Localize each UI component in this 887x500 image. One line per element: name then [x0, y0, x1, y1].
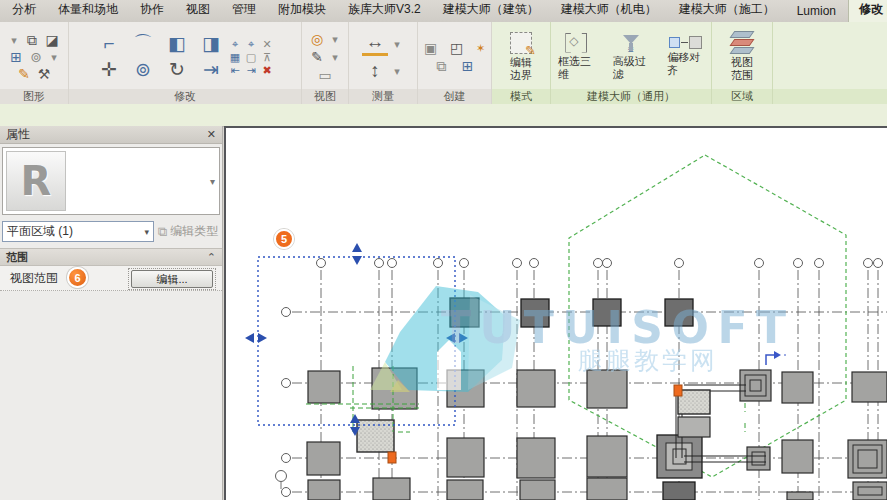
tab-5[interactable]: 管理 — [222, 0, 266, 22]
paste-icon[interactable]: ⧉ — [23, 32, 41, 48]
column[interactable] — [517, 370, 555, 407]
split-gap-icon[interactable]: ⌖ — [244, 38, 258, 50]
tab-1[interactable]: 分析 — [2, 0, 46, 22]
tab-9[interactable]: 建模大师（机电） — [551, 0, 667, 22]
instance-selector[interactable]: 平面区域 (1) ▾ — [2, 221, 154, 242]
grid-bubble[interactable] — [282, 379, 291, 388]
edit-type-button[interactable]: ⧉ 编辑类型 — [158, 223, 218, 240]
delete-icon[interactable]: ✖ — [260, 64, 274, 76]
load-group-icon[interactable]: ⧉ — [433, 58, 451, 74]
grid-bubble[interactable] — [388, 259, 397, 268]
grid-bubble[interactable] — [434, 259, 443, 268]
drag-arrow-down[interactable] — [352, 256, 362, 265]
offset-align-button[interactable]: 偏移对齐 — [663, 35, 708, 78]
plan-region-element[interactable] — [678, 390, 710, 414]
measure-ruler-icon[interactable]: ↔ — [362, 31, 388, 56]
scale-icon[interactable]: ▢ — [244, 51, 258, 63]
rotate-icon[interactable]: ↻ — [164, 59, 190, 81]
column[interactable] — [447, 480, 483, 500]
column[interactable] — [747, 447, 770, 470]
grid-bubble[interactable] — [675, 259, 684, 268]
dropdown-icon[interactable]: ▾ — [47, 51, 61, 63]
drawing-area[interactable]: TUTUISOFT 腿腿教学网 5 — [224, 126, 887, 500]
dropdown-icon[interactable]: ▾ — [390, 38, 404, 50]
dropdown-icon[interactable]: ▾ — [390, 65, 404, 77]
column[interactable] — [782, 372, 813, 403]
column[interactable] — [307, 442, 340, 475]
grid-bubble[interactable] — [375, 259, 384, 268]
mirror-pick-icon[interactable]: ◧ — [164, 33, 190, 55]
endpoint-marker[interactable] — [674, 385, 682, 396]
drag-arrow-up[interactable] — [352, 243, 362, 252]
align-icon[interactable]: ⌐ — [96, 33, 122, 55]
drag-arrow-left[interactable] — [245, 333, 254, 343]
grid-bubble[interactable] — [594, 259, 603, 268]
measure-between-icon[interactable]: ↕ — [362, 60, 388, 82]
move-icon[interactable]: ✛ — [96, 59, 122, 81]
tab-6[interactable]: 附加模块 — [268, 0, 336, 22]
column[interactable] — [520, 480, 555, 500]
column[interactable] — [308, 371, 340, 403]
grid-bubble[interactable] — [282, 308, 291, 317]
flip-control-icon[interactable] — [766, 355, 774, 365]
view-range-button[interactable]: 视图 范围 — [727, 30, 757, 83]
column[interactable] — [587, 478, 627, 500]
edit-pencil-icon[interactable]: ✎ — [15, 66, 33, 82]
column[interactable] — [517, 438, 555, 478]
collapse-chevron-icon[interactable]: ⌃ — [207, 251, 216, 264]
tab-8[interactable]: 建模大师（建筑） — [433, 0, 549, 22]
tab-3[interactable]: 协作 — [130, 0, 174, 22]
align-left-icon[interactable]: ⇤ — [228, 64, 242, 76]
grid-bubble[interactable] — [864, 259, 873, 268]
level-marker[interactable] — [276, 471, 287, 482]
drag-arrow-right[interactable] — [258, 333, 267, 343]
pin-icon[interactable]: ⊼ — [260, 51, 274, 63]
column[interactable] — [373, 478, 410, 500]
grid-bubble[interactable] — [282, 454, 291, 463]
tab-10[interactable]: 建模大师（施工） — [669, 0, 785, 22]
grid-bubble[interactable] — [282, 488, 291, 497]
array-icon[interactable]: ▦ — [228, 51, 242, 63]
column[interactable] — [852, 372, 887, 402]
align-right-icon[interactable]: ⇥ — [244, 64, 258, 76]
column[interactable] — [663, 482, 695, 500]
create-similar-icon[interactable]: ◰ — [448, 40, 466, 56]
column[interactable] — [587, 370, 627, 408]
drag-arrow-up[interactable] — [350, 414, 360, 423]
tab-11[interactable]: Lumion — [787, 1, 846, 22]
cube-icon[interactable]: ◪ — [43, 32, 61, 48]
column[interactable] — [447, 438, 484, 477]
grid-bubble[interactable] — [460, 259, 469, 268]
lightbulb-icon[interactable]: ◎ — [308, 31, 326, 47]
mirror-draw-icon[interactable]: ◨ — [198, 33, 224, 55]
properties-title-bar[interactable]: 属性 ✕ — [0, 126, 222, 144]
tab-2[interactable]: 体量和场地 — [48, 0, 128, 22]
snap-icon[interactable]: ⊚ — [27, 49, 45, 65]
insert-icon[interactable]: ⊞ — [459, 58, 477, 74]
unjoin-icon[interactable]: ✕ — [260, 38, 274, 50]
advanced-filter-button[interactable]: ≡ 高级过滤 — [609, 32, 654, 82]
create-group-icon[interactable]: ▣ — [422, 40, 440, 56]
grid-bubble[interactable] — [794, 259, 803, 268]
chevron-down-icon[interactable]: ▾ — [210, 176, 215, 187]
grid-bubble[interactable] — [603, 259, 612, 268]
grid-bubble[interactable] — [874, 259, 883, 268]
copy-icon[interactable]: ⊚ — [130, 59, 156, 81]
tab-active-modify-plan-region[interactable]: 修改 | 平面区域 — [848, 0, 887, 22]
tab-7[interactable]: 族库大师V3.2 — [338, 0, 431, 22]
column[interactable] — [787, 492, 813, 500]
grid-bubble[interactable] — [815, 259, 824, 268]
dropdown-icon[interactable]: ▾ — [328, 51, 342, 63]
grid-bubble[interactable] — [317, 259, 326, 268]
viewbox-icon[interactable]: ▭ — [316, 67, 334, 83]
dropdown-icon[interactable]: ▾ — [7, 34, 21, 46]
edit-boundary-button[interactable]: ✎ 编辑 边界 — [506, 31, 536, 83]
section-header-extents[interactable]: 范围 ⌃ — [0, 248, 222, 266]
column[interactable] — [848, 440, 887, 478]
grid-icon[interactable]: ⊞ — [7, 49, 25, 65]
trim-icon[interactable]: ⇥ — [198, 59, 224, 81]
split-icon[interactable]: ⌖ — [228, 38, 242, 50]
endpoint-marker[interactable] — [388, 452, 396, 463]
grid-bubble[interactable] — [513, 259, 522, 268]
close-icon[interactable]: ✕ — [207, 128, 216, 141]
